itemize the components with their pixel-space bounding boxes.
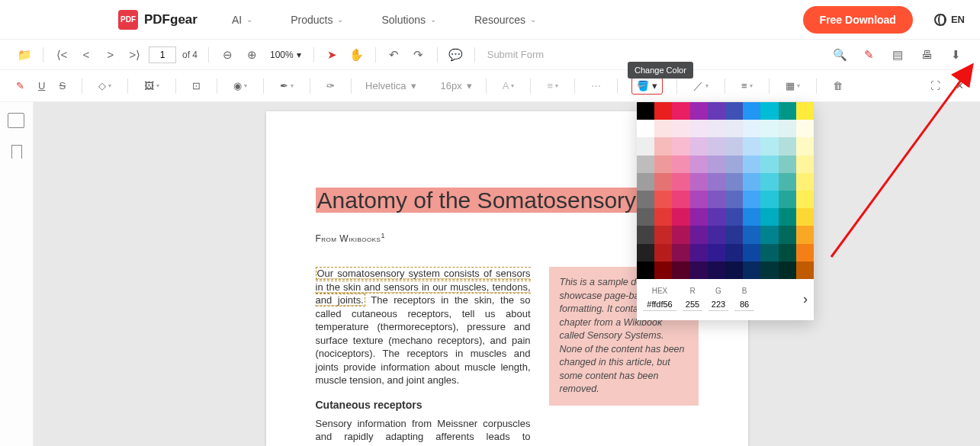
color-swatch[interactable] [779, 226, 796, 243]
color-swatch[interactable] [796, 226, 814, 243]
nav-products[interactable]: Products⌄ [291, 14, 343, 26]
color-swatch[interactable] [690, 102, 708, 120]
color-swatch[interactable] [796, 137, 814, 155]
color-swatch[interactable] [708, 156, 725, 173]
hex-input[interactable] [643, 298, 676, 311]
color-swatch[interactable] [760, 208, 778, 226]
color-swatch[interactable] [672, 137, 689, 155]
color-swatch[interactable] [725, 173, 743, 191]
color-swatch[interactable] [743, 226, 760, 243]
color-swatch[interactable] [779, 191, 796, 208]
color-swatch[interactable] [672, 262, 689, 279]
color-swatch[interactable] [760, 156, 778, 173]
color-swatch[interactable] [654, 173, 672, 191]
fill-color-button[interactable]: 🪣 ▾ [631, 77, 663, 95]
textbox-tool-icon[interactable]: ⊡ [190, 77, 203, 95]
color-swatch[interactable] [760, 120, 778, 137]
color-swatch[interactable] [779, 262, 796, 279]
color-swatch[interactable] [654, 262, 672, 279]
color-swatch[interactable] [725, 156, 743, 173]
expand-icon[interactable]: ⛶ [928, 77, 943, 95]
annotate-icon[interactable]: ✎ [858, 44, 879, 66]
delete-icon[interactable]: 🗑 [831, 77, 845, 95]
color-swatch[interactable] [760, 137, 778, 155]
color-swatch[interactable] [760, 226, 778, 243]
search-icon[interactable]: 🔍 [829, 44, 850, 66]
redo-icon[interactable]: ↷ [408, 44, 429, 66]
color-swatch[interactable] [637, 156, 654, 173]
language-selector[interactable]: EN [934, 14, 965, 26]
color-swatch[interactable] [725, 137, 743, 155]
color-swatch[interactable] [796, 120, 814, 137]
color-swatch[interactable] [672, 208, 689, 226]
bookmark-icon[interactable] [11, 145, 22, 159]
color-swatch[interactable] [779, 102, 796, 120]
brand[interactable]: PDF PDFgear [118, 10, 198, 30]
color-swatch[interactable] [760, 191, 778, 208]
color-swatch[interactable] [708, 208, 725, 226]
color-swatch[interactable] [637, 244, 654, 262]
color-swatch[interactable] [672, 156, 689, 173]
color-swatch[interactable] [743, 156, 760, 173]
color-swatch[interactable] [760, 173, 778, 191]
color-swatch[interactable] [743, 191, 760, 208]
ink-icon[interactable]: ✑ [324, 77, 337, 95]
submit-form-button[interactable]: Submit Form [487, 49, 544, 60]
color-swatch[interactable] [672, 226, 689, 243]
color-swatch[interactable] [779, 208, 796, 226]
color-swatch[interactable] [690, 191, 708, 208]
color-swatch[interactable] [796, 156, 814, 173]
color-swatch[interactable] [796, 208, 814, 226]
color-swatch[interactable] [725, 208, 743, 226]
color-swatch[interactable] [779, 120, 796, 137]
color-swatch[interactable] [708, 226, 725, 243]
last-page-icon[interactable]: >⟩ [124, 44, 146, 66]
color-swatch[interactable] [672, 102, 689, 120]
color-swatch[interactable] [725, 244, 743, 262]
color-swatch[interactable] [796, 262, 814, 279]
align-icon[interactable]: ≡ ▾ [545, 77, 561, 95]
stamp-tool-icon[interactable]: ◉ ▾ [231, 77, 249, 95]
color-swatch[interactable] [779, 137, 796, 155]
arrow-right-icon[interactable]: › [803, 291, 808, 307]
download-icon[interactable]: ⬇ [945, 44, 966, 66]
undo-icon[interactable]: ↶ [384, 44, 405, 66]
r-input[interactable] [683, 298, 702, 311]
color-swatch[interactable] [708, 120, 725, 137]
opacity-icon[interactable]: ▦ ▾ [783, 77, 802, 95]
color-swatch[interactable] [796, 191, 814, 208]
close-icon[interactable]: ✕ [953, 77, 966, 95]
color-swatch[interactable] [760, 102, 778, 120]
color-swatch[interactable] [637, 137, 654, 155]
color-swatch[interactable] [743, 173, 760, 191]
nav-ai[interactable]: AI⌄ [232, 14, 252, 26]
color-swatch[interactable] [654, 137, 672, 155]
color-swatch[interactable] [654, 226, 672, 243]
color-swatch[interactable] [743, 102, 760, 120]
text-color-icon[interactable]: A ▾ [500, 77, 517, 95]
color-swatch[interactable] [708, 102, 725, 120]
color-swatch[interactable] [743, 120, 760, 137]
color-swatch[interactable] [725, 120, 743, 137]
color-swatch[interactable] [760, 262, 778, 279]
color-swatch[interactable] [690, 244, 708, 262]
color-swatch[interactable] [637, 173, 654, 191]
panel-icon[interactable]: ▤ [887, 44, 908, 66]
color-swatch[interactable] [654, 120, 672, 137]
page-number-input[interactable] [149, 47, 176, 63]
color-swatch[interactable] [637, 102, 654, 120]
color-swatch[interactable] [690, 120, 708, 137]
color-swatch[interactable] [743, 137, 760, 155]
thumbnails-icon[interactable] [9, 114, 24, 128]
color-swatch[interactable] [654, 208, 672, 226]
color-swatch[interactable] [690, 262, 708, 279]
color-swatch[interactable] [672, 173, 689, 191]
comment-icon[interactable]: 💬 [445, 44, 467, 66]
more-icon[interactable]: ⋯ [589, 77, 603, 95]
color-swatch[interactable] [725, 226, 743, 243]
zoom-level[interactable]: 100% ▾ [270, 50, 301, 60]
underline-icon[interactable]: U [36, 77, 47, 95]
color-swatch[interactable] [654, 156, 672, 173]
shape-tool-icon[interactable]: ◇ ▾ [96, 77, 114, 95]
color-swatch[interactable] [708, 191, 725, 208]
